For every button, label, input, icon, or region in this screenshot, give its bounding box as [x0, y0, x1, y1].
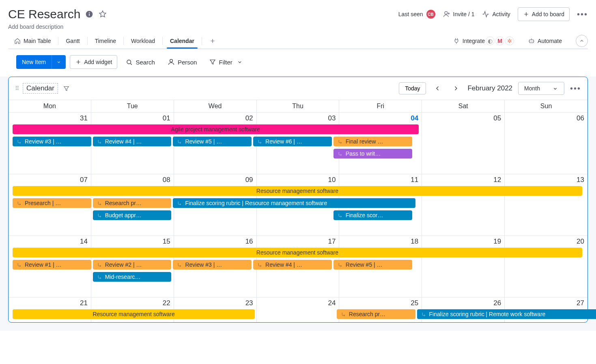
day-number: 20: [577, 238, 584, 246]
day-number: 23: [245, 299, 253, 307]
last-seen-label: Last seen: [398, 11, 423, 17]
view-filter-icon[interactable]: [63, 85, 70, 92]
search-button[interactable]: Search: [121, 55, 159, 69]
event-stripe[interactable]: Resource management software: [13, 186, 582, 196]
day-number: 05: [493, 114, 501, 122]
view-title[interactable]: Calendar: [23, 83, 58, 94]
activity-label: Activity: [492, 11, 510, 17]
day-number: 24: [328, 299, 336, 307]
add-widget-label: Add widget: [84, 59, 112, 65]
automate-button[interactable]: Automate: [528, 37, 562, 45]
day-number: 11: [411, 176, 418, 184]
day-header: Sun: [505, 100, 587, 112]
integration-chip-1-icon: ◐: [486, 36, 495, 45]
day-header: Thu: [257, 100, 340, 112]
new-item-dropdown[interactable]: [52, 55, 66, 69]
day-number: 17: [328, 238, 336, 246]
filter-button[interactable]: Filter: [205, 55, 247, 69]
event-stripe[interactable]: Resource management software: [13, 309, 255, 319]
info-icon[interactable]: [85, 10, 93, 18]
collapse-button[interactable]: [576, 35, 588, 47]
prev-month-button[interactable]: [432, 83, 444, 94]
day-number: 22: [163, 299, 170, 307]
page-title: CE Research: [8, 7, 80, 21]
event[interactable]: Review #4 | …: [253, 260, 332, 270]
person-filter[interactable]: Person: [163, 55, 201, 69]
event[interactable]: Finalize scoring rubric | Resource manag…: [173, 198, 415, 208]
filter-label: Filter: [219, 59, 232, 66]
person-label: Person: [178, 59, 197, 66]
avatar[interactable]: CB: [426, 10, 435, 19]
day-number: 08: [163, 176, 170, 184]
next-month-button[interactable]: [450, 83, 462, 94]
integrate-label: Integrate: [463, 38, 485, 44]
event[interactable]: Finalize scoring rubric | Remote work so…: [417, 309, 596, 319]
day-number: 27: [577, 299, 584, 307]
drag-handle-icon[interactable]: ⠿: [15, 85, 18, 92]
day-number: 21: [80, 299, 88, 307]
tab-main-table[interactable]: Main Table: [8, 33, 56, 49]
day-number: 16: [245, 238, 253, 246]
search-label: Search: [136, 59, 155, 66]
event[interactable]: Review #3 | …: [173, 260, 252, 270]
day-number: 19: [493, 238, 501, 246]
day-number: 13: [577, 176, 584, 184]
event[interactable]: Finalize scor…: [334, 210, 412, 220]
day-header: Sat: [422, 100, 505, 112]
day-header: Mon: [9, 100, 91, 112]
integrate-button[interactable]: Integrate ◐ M ✲: [453, 36, 514, 45]
tab-calendar[interactable]: Calendar: [164, 34, 200, 48]
event[interactable]: Final review …: [334, 137, 412, 146]
day-number: 02: [245, 114, 253, 122]
event[interactable]: Budget appr…: [93, 210, 172, 220]
invite-button[interactable]: Invite / 1: [443, 10, 475, 18]
board-description[interactable]: Add board description: [8, 24, 588, 30]
tab-timeline[interactable]: Timeline: [89, 34, 122, 48]
view-more-icon[interactable]: •••: [570, 84, 581, 93]
day-header: Fri: [339, 100, 422, 112]
activity-button[interactable]: Activity: [482, 10, 510, 18]
scope-value: Month: [524, 85, 540, 92]
add-widget-button[interactable]: Add widget: [70, 55, 117, 69]
invite-label: Invite / 1: [453, 11, 475, 17]
event[interactable]: Review #1 | …: [13, 260, 91, 270]
event[interactable]: Research pr…: [93, 198, 172, 208]
star-icon[interactable]: [98, 10, 107, 19]
scope-select[interactable]: Month: [518, 82, 564, 95]
day-number: 14: [80, 238, 88, 246]
day-number: 09: [245, 176, 253, 184]
integration-chip-gmail-icon: M: [495, 36, 504, 45]
new-item-button[interactable]: New Item: [16, 55, 52, 69]
event[interactable]: Review #4 | …: [93, 137, 172, 146]
event[interactable]: Research pr…: [337, 309, 415, 319]
day-header: Wed: [174, 100, 257, 112]
event[interactable]: Review #5 | …: [334, 260, 412, 270]
event[interactable]: Pass to writ…: [334, 149, 412, 158]
day-number: 26: [493, 299, 501, 307]
more-icon[interactable]: •••: [577, 10, 588, 19]
event[interactable]: Review #6 | …: [253, 137, 332, 146]
day-header: Tue: [91, 100, 174, 112]
day-number: 18: [411, 238, 418, 246]
day-number: 25: [411, 299, 418, 307]
tab-label: Main Table: [24, 38, 51, 44]
day-number: 15: [163, 238, 170, 246]
day-number: 31: [80, 114, 88, 122]
event[interactable]: Review #2 | …: [93, 260, 172, 270]
event-stripe[interactable]: Agile project management software: [13, 124, 419, 134]
add-view-button[interactable]: [204, 34, 222, 48]
event[interactable]: Review #5 | …: [173, 137, 252, 146]
event[interactable]: Review #3 | …: [13, 137, 91, 146]
event[interactable]: Mid-researc…: [93, 272, 172, 282]
day-number: 01: [163, 114, 170, 122]
add-to-board-button[interactable]: Add to board: [518, 7, 570, 21]
event[interactable]: Presearch | …: [13, 198, 91, 208]
tab-workload[interactable]: Workload: [125, 34, 161, 48]
today-button[interactable]: Today: [399, 82, 426, 94]
day-number: 04: [411, 114, 418, 122]
day-number: 10: [328, 176, 336, 184]
event-stripe[interactable]: Resource management software: [13, 248, 582, 257]
day-number: 06: [577, 114, 584, 122]
day-number: 03: [328, 114, 336, 122]
tab-gantt[interactable]: Gantt: [60, 34, 85, 48]
